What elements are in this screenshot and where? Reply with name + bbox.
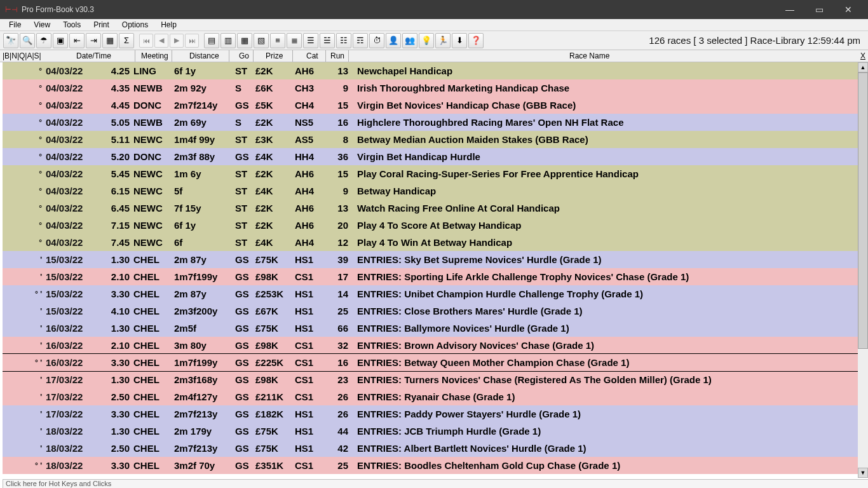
table-row[interactable]: °04/03/224.45DONC2m7f214yGS£5KCH415Virgi… [3, 97, 858, 114]
table-row[interactable]: '15/03/224.10CHEL2m3f200yGS£67KHS125ENTR… [3, 302, 858, 320]
close-panel-icon[interactable]: X [860, 51, 865, 60]
table-row[interactable]: °04/03/225.45NEWC1m 6yST£2KAH615Play Cor… [3, 165, 858, 182]
close-button[interactable]: ✕ [834, 0, 863, 19]
last-icon[interactable]: ⏭ [185, 34, 199, 48]
table-row[interactable]: ° '16/03/223.30CHEL1m7f199yGS£225KCS116E… [3, 354, 858, 371]
table-row[interactable]: °04/03/226.45NEWC7f 15yST£2KAH613Watch R… [3, 200, 858, 217]
table-row[interactable]: '17/03/222.50CHEL2m4f127yGS£211KCS126ENT… [3, 388, 858, 405]
row-meeting: NEWC [133, 168, 174, 179]
binoculars-icon[interactable]: 🔭 [3, 33, 18, 48]
menu-view[interactable]: View [27, 19, 57, 30]
col-run[interactable]: Run [330, 51, 344, 60]
row-racename: ENTRIES: JCB Triumph Hurdle (Grade 1) [353, 426, 858, 437]
scroll-down-icon[interactable]: ▼ [858, 468, 868, 478]
row-distance: 2m7f213y [174, 409, 235, 419]
row-runners: 9 [328, 83, 353, 93]
sep4-icon[interactable]: ☱ [320, 33, 335, 48]
col-distance[interactable]: Distance [189, 51, 219, 60]
width-left-icon[interactable]: ⇤ [69, 33, 85, 48]
table-row[interactable]: '18/03/222.50CHEL2m7f213yGS£75KHS142ENTR… [3, 440, 858, 457]
list1-icon[interactable]: ☷ [336, 33, 351, 48]
table-row[interactable]: °04/03/227.15NEWC6f 1yST£2KAH620Play 4 T… [3, 217, 858, 234]
table-row[interactable]: °04/03/225.11NEWC1m4f 99yST£3KAS58Betway… [3, 131, 858, 148]
prev-icon[interactable]: ◀ [154, 34, 168, 48]
scroll-track[interactable] [858, 72, 868, 468]
col-datetime[interactable]: Date/Time [76, 51, 111, 60]
next-icon[interactable]: ▶ [170, 34, 184, 48]
table-row[interactable]: °04/03/224.25LING6f 1yST£2KAH613Newchape… [3, 62, 858, 79]
sep1-icon[interactable]: ≡ [270, 33, 285, 48]
scroll-thumb[interactable] [858, 72, 868, 349]
table-row[interactable]: °04/03/227.45NEWC6fST£4KAH412Play 4 To W… [3, 234, 858, 251]
table-row[interactable]: '17/03/221.30CHEL2m3f168yGS£98KCS123ENTR… [3, 371, 858, 388]
menu-help[interactable]: Help [154, 19, 183, 30]
table-row[interactable]: '15/03/221.30CHEL2m 87yGS£75KHS139ENTRIE… [3, 251, 858, 268]
sep3-icon[interactable]: ☰ [303, 33, 318, 48]
list2-icon[interactable]: ☶ [353, 33, 368, 48]
row-distance: 3m 80y [174, 340, 235, 351]
table-row[interactable]: ° '15/03/223.30CHEL2m 87yGS£253KHS114ENT… [3, 285, 858, 302]
umbrella-icon[interactable]: ☂ [36, 33, 51, 48]
col-go[interactable]: Go [239, 51, 249, 60]
row-date: 04/03/22 [46, 220, 100, 231]
table-row[interactable]: '15/03/222.10CHEL1m7f199yGS£98KCS117ENTR… [3, 268, 858, 285]
row-date: 04/03/22 [46, 65, 100, 76]
help-icon[interactable]: ❓ [468, 33, 484, 48]
row-category: AH6 [295, 203, 328, 214]
menu-options[interactable]: Options [116, 19, 154, 30]
cal4-icon[interactable]: ▧ [254, 33, 269, 48]
table-row[interactable]: °04/03/225.05NEWB2m 69yS£2KNS516Highcler… [3, 114, 858, 131]
bottom-status[interactable]: Click here for Hot Keys and Clicks [3, 479, 868, 488]
table-row[interactable]: '16/03/222.10CHEL3m 80yGS£98KCS132ENTRIE… [3, 337, 858, 354]
row-category: AH6 [295, 168, 328, 179]
row-time: 3.30 [100, 460, 133, 471]
table-row[interactable]: °04/03/225.20DONC2m3f 88yGS£4KHH436Virgi… [3, 148, 858, 165]
magnifier-icon[interactable]: 🔍 [20, 33, 35, 48]
table-row[interactable]: '18/03/221.30CHEL2m 179yGS£75KHS144ENTRI… [3, 423, 858, 440]
row-going: GS [235, 426, 255, 437]
race-list[interactable]: °04/03/224.25LING6f 1yST£2KAH613Newchape… [3, 62, 858, 478]
table-row[interactable]: °04/03/224.35NEWB2m 92yS£6KCH39Irish Tho… [3, 79, 858, 97]
scroll-up-icon[interactable]: ▲ [858, 62, 868, 72]
menu-print[interactable]: Print [87, 19, 116, 30]
col-meeting[interactable]: Meeting [141, 51, 168, 60]
table-row[interactable]: '17/03/223.30CHEL2m7f213yGS£182KHS126ENT… [3, 405, 858, 423]
sep2-icon[interactable]: ≣ [287, 33, 302, 48]
minimize-button[interactable]: — [775, 0, 804, 19]
col-flags[interactable]: |B|N|Q|A|S| [3, 51, 41, 60]
col-prize[interactable]: Prize [266, 51, 283, 60]
grid-icon[interactable]: ▦ [102, 33, 118, 48]
bulb-icon[interactable]: 💡 [419, 33, 434, 48]
row-racename: ENTRIES: Sky Bet Supreme Novices' Hurdle… [353, 254, 858, 265]
window-icon[interactable]: ▣ [53, 33, 68, 48]
table-row[interactable]: °04/03/226.15NEWC5fST£4KAH49Betway Handi… [3, 182, 858, 200]
row-category: CH4 [295, 100, 328, 111]
table-row[interactable]: ° '18/03/223.30CHEL3m2f 70yGS£351KCS125E… [3, 457, 858, 474]
row-prize: £75K [255, 443, 295, 454]
vertical-scrollbar[interactable]: ▲ ▼ [858, 62, 868, 478]
table-row[interactable]: '16/03/221.30CHEL2m5fGS£75KHS166ENTRIES:… [3, 320, 858, 337]
maximize-button[interactable]: ▭ [804, 0, 834, 19]
row-marker: ' [3, 273, 46, 281]
row-meeting: CHEL [133, 288, 174, 299]
first-icon[interactable]: ⏮ [139, 34, 153, 48]
row-date: 15/03/22 [46, 288, 100, 299]
clock-icon[interactable]: ⏱ [369, 33, 384, 48]
cal2-icon[interactable]: ▥ [220, 33, 236, 48]
sigma-icon[interactable]: Σ [119, 33, 134, 48]
cal1-icon[interactable]: ▤ [204, 33, 219, 48]
down-icon[interactable]: ⬇ [452, 33, 467, 48]
row-going: GS [235, 254, 255, 265]
cal3-icon[interactable]: ▦ [237, 33, 252, 48]
menu-tools[interactable]: Tools [57, 19, 87, 30]
user-icon[interactable]: 👤 [386, 33, 401, 48]
runner-icon[interactable]: 🏃 [435, 33, 451, 48]
menu-file[interactable]: File [3, 19, 27, 30]
width-right-icon[interactable]: ⇥ [86, 33, 101, 48]
users-icon[interactable]: 👥 [402, 33, 417, 48]
row-prize: £2K [255, 220, 295, 231]
col-cat[interactable]: Cat [306, 51, 318, 60]
row-distance: 2m7f213y [174, 443, 235, 454]
col-racename[interactable]: Race Name [569, 51, 609, 60]
row-distance: 6f 1y [174, 65, 235, 76]
